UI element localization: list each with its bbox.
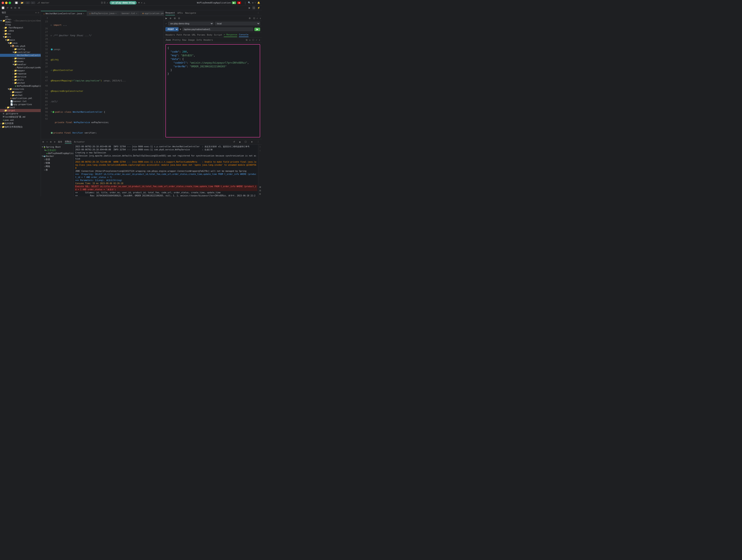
sidebar-controls[interactable]: ⊕ ⊟ — [35, 11, 39, 14]
http-minus-btn[interactable]: ⊟ — [177, 16, 181, 20]
resp-arrows-icon[interactable]: ↕ — [259, 39, 260, 41]
tree-enums[interactable]: ▷ 📁 enums — [0, 60, 41, 63]
tab-WxPayService[interactable]: ☕ WxPayService.java × — [87, 11, 119, 16]
http-split-btn[interactable]: ⊡ — [252, 16, 256, 20]
resp-tab-raw[interactable]: Raw — [182, 39, 186, 41]
http-grid-btn[interactable]: ⊞ — [173, 16, 176, 20]
tab-close-1[interactable]: × — [115, 12, 117, 14]
tree-utils[interactable]: ▷ 📁 utils — [0, 78, 41, 82]
tree-idea[interactable]: ▷ 📁 .idea — [0, 29, 41, 32]
tree-comyby6[interactable]: ▼ 📦 com.yby6 — [0, 45, 41, 48]
resp-tab-pretty[interactable]: Pretty — [173, 39, 181, 41]
back-button[interactable]: ⬜ — [14, 1, 19, 4]
service-app[interactable]: ▶ WxPlayDemoBlogApplicatio — [41, 152, 73, 155]
req-tab-body[interactable]: Body — [207, 33, 212, 37]
tree-resources[interactable]: ▼ 📁 resources — [0, 88, 41, 91]
toolbar-btn-4[interactable]: ⊟ — [13, 6, 17, 10]
rp-tab-apis[interactable]: APIs — [177, 11, 183, 15]
tree-test[interactable]: ▷ 📁 test — [0, 106, 41, 109]
resp-copy-icon[interactable]: ⧉ — [246, 39, 248, 41]
tree-service[interactable]: ▷ 📁 service — [0, 75, 41, 78]
git-icon[interactable]: ⑂ — [255, 1, 256, 4]
tree-root[interactable]: ▼ 📁 wx-play-demo-blog ~/Documents/projec… — [0, 15, 41, 26]
req-tab-script[interactable]: Script — [214, 33, 222, 37]
tree-mapper[interactable]: ▷ 📁 mapper — [0, 69, 41, 72]
back-nav-button[interactable]: ← — [31, 1, 35, 4]
bottom-up-icon[interactable]: ↑ — [46, 141, 48, 143]
tree-pomxml[interactable]: m pom.xml — [0, 119, 41, 122]
tree-target[interactable]: ▷ 📁 target — [0, 109, 41, 112]
tree-fastRequest[interactable]: ▷ 📁 .fastRequest — [0, 26, 41, 29]
tree-MybatisHandler[interactable]: ☕ MybatisExceptionHandler — [0, 66, 41, 69]
tree-controller[interactable]: ▼ 📁 controller — [0, 51, 41, 54]
filter-console-btn[interactable]: ⊟ — [259, 189, 262, 192]
service-springboot[interactable]: ▼ 🍃 Spring Boot — [41, 145, 73, 149]
service-docker[interactable]: ▼ 🐳 Docker — [41, 155, 73, 158]
tree-reponse[interactable]: ▷ 📁 reponse — [0, 72, 41, 75]
tree-config[interactable]: ▷ 📁 config — [0, 48, 41, 51]
resp-expand-icon[interactable]: ⬡ — [252, 39, 254, 41]
stop-button[interactable]: ■ — [237, 1, 241, 4]
bottom-filter-icon[interactable]: ⊠ — [50, 141, 52, 143]
resp-check-icon[interactable]: ✓ — [256, 39, 257, 41]
bottom-tab-console[interactable]: 控制台 — [65, 140, 71, 144]
forward-button[interactable]: → — [25, 1, 30, 4]
req-tab-urlparams[interactable]: URL Params — [192, 33, 205, 37]
bottom-scroll-icon[interactable]: ▼ — [250, 140, 254, 144]
tree-main[interactable]: ▼ 📁 main — [0, 39, 41, 42]
tab-application[interactable]: ⚙ application.yml × — [140, 11, 164, 16]
toolbar-profile[interactable]: ⚡ — [257, 6, 261, 10]
close-button[interactable] — [2, 2, 4, 4]
http-settings-btn[interactable]: ⚙ — [248, 16, 252, 20]
req-tab-headers[interactable]: Headers — [165, 33, 175, 37]
bottom-settings-icon[interactable]: ⚙ — [54, 141, 55, 143]
clear-console-btn[interactable]: ⊠ — [259, 186, 262, 189]
url-input[interactable] — [182, 28, 253, 31]
service-containers[interactable]: ▷ 容器 — [41, 158, 73, 161]
resp-tab-headers[interactable]: Headers — [204, 39, 213, 41]
tree-WechatNativeController[interactable]: ☕ WechatNativeController — [0, 54, 41, 57]
service-running[interactable]: ▼ ▶ 正在运行 — [41, 149, 73, 152]
console-output[interactable]: 2023-08-06T02:26:18.693+08:00 INFO 32784… — [73, 145, 258, 196]
toolbar-debug[interactable]: ⬛ — [252, 6, 256, 10]
http-run-btn[interactable]: ▶ — [165, 16, 168, 20]
tree-WxPayDemoBlogApplication[interactable]: ▶ WxPayDemoBlogApplication — [0, 85, 41, 88]
resp-tab-image[interactable]: Image — [188, 39, 195, 41]
scroll-up-btn[interactable]: ↑ — [259, 145, 261, 149]
tree-lockfile[interactable]: M lock锁知识扩展.md — [0, 115, 41, 119]
bottom-tab-actuator[interactable]: Actuator — [74, 141, 85, 143]
tree-handler[interactable]: ▼ 📁 handler — [0, 63, 41, 66]
rp-tab-navigate[interactable]: Navigate — [185, 11, 196, 15]
toolbar-run[interactable]: ▶ — [248, 6, 251, 10]
bottom-clear-icon[interactable]: ☐ — [244, 140, 248, 144]
rp-tab-request[interactable]: Request — [165, 11, 175, 15]
tree-java[interactable]: ▼ 📁 java — [0, 42, 41, 45]
toolbar-btn-3[interactable]: ⊕ — [10, 6, 13, 10]
maximize-button[interactable] — [9, 2, 11, 4]
settings-console-btn[interactable]: ⚙ — [258, 193, 262, 196]
tab-close-2[interactable]: × — [136, 12, 137, 14]
tree-banner[interactable]: 📄 banner.txt — [0, 100, 41, 103]
tree-scratch[interactable]: ▷ 📁 临时文件和控制台 — [0, 125, 41, 129]
resp-tab-info[interactable]: Info — [196, 39, 202, 41]
tab-WechatNativeController[interactable]: ☕ WechatNativeController.java × — [41, 11, 87, 16]
tree-src[interactable]: ▼ 📁 src — [0, 35, 41, 39]
tree-external[interactable]: ▷ 📁 此外部库 — [0, 122, 41, 125]
toolbar-btn-1[interactable]: ⬜ — [1, 6, 5, 10]
req-tab-pathparam[interactable]: Path Param — [176, 33, 190, 37]
tree-domain[interactable]: ▷ 📁 domain — [0, 57, 41, 60]
tree-spy[interactable]: 📄 spy.properties — [0, 103, 41, 106]
folders-button[interactable]: 📂 — [20, 1, 24, 4]
method-select[interactable]: POST — [165, 27, 178, 31]
rp-more-btn[interactable]: ⋮ — [256, 11, 260, 15]
http-add-btn[interactable]: ⊕ — [169, 16, 172, 20]
tree-wechat[interactable]: ▷ 📁 wechat — [0, 82, 41, 85]
run-button[interactable]: ▶ — [232, 1, 236, 4]
tree-wechat2[interactable]: ▷ 📁 wechat — [0, 94, 41, 97]
env-name-select[interactable]: local — [215, 22, 260, 26]
window-controls[interactable] — [2, 2, 11, 4]
more-button[interactable]: ⋮ — [244, 1, 247, 4]
toolbar-btn-2[interactable]: ↺ — [6, 6, 9, 10]
req-tab-response[interactable]: > Response — [224, 33, 237, 37]
req-tab-console[interactable]: Console — [239, 33, 248, 37]
